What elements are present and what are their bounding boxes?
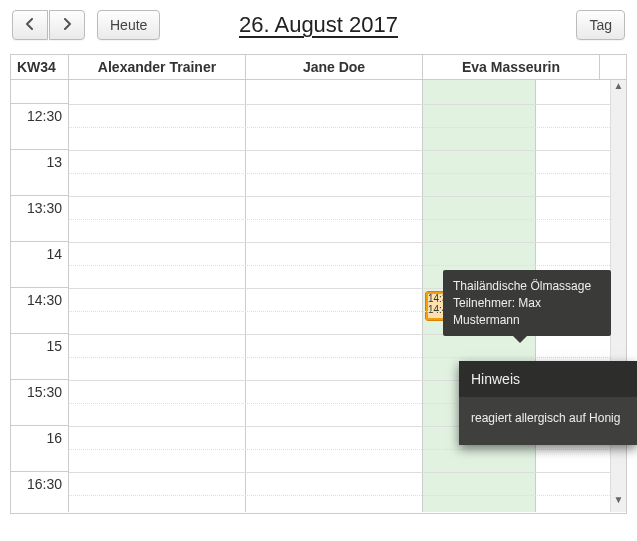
event-tooltip: Thailändische Ölmassage Teilnehmer: Max … bbox=[443, 270, 611, 336]
hint-body: reagiert allergisch auf Honig bbox=[459, 397, 637, 445]
hint-popover: Hinweis reagiert allergisch auf Honig bbox=[459, 361, 637, 445]
time-label: 14:30 bbox=[11, 288, 68, 334]
time-label: 16 bbox=[11, 426, 68, 472]
time-label: 12:30 bbox=[11, 104, 68, 150]
toolbar: Heute 26. August 2017 Tag bbox=[0, 0, 637, 48]
tooltip-line: Thailändische Ölmassage bbox=[453, 278, 601, 295]
view-selector-button[interactable]: Tag bbox=[576, 10, 625, 40]
date-title[interactable]: 26. August 2017 bbox=[239, 12, 398, 38]
time-label: 15 bbox=[11, 334, 68, 380]
chevron-right-icon bbox=[62, 17, 72, 33]
week-number: KW34 bbox=[11, 55, 69, 79]
time-label: 15:30 bbox=[11, 380, 68, 426]
scroll-down-icon[interactable]: ▼ bbox=[611, 494, 626, 512]
hint-header: Hinweis bbox=[459, 361, 637, 397]
time-label: 14 bbox=[11, 242, 68, 288]
resource-header: Eva Masseurin bbox=[423, 55, 600, 79]
tooltip-line: Teilnehmer: Max bbox=[453, 295, 601, 312]
resource-column[interactable] bbox=[246, 80, 423, 512]
today-button[interactable]: Heute bbox=[97, 10, 160, 40]
time-label: 13 bbox=[11, 150, 68, 196]
time-label: 13:30 bbox=[11, 196, 68, 242]
scroll-up-icon[interactable]: ▲ bbox=[611, 80, 626, 98]
next-button[interactable] bbox=[49, 10, 85, 40]
resource-header: Jane Doe bbox=[246, 55, 423, 79]
time-column: 12:30 13 13:30 14 14:30 15 15:30 16 16:3… bbox=[11, 80, 69, 512]
scrollbar[interactable]: ▲ ▼ bbox=[610, 80, 626, 512]
nav-button-group bbox=[12, 10, 85, 40]
tooltip-line: Mustermann bbox=[453, 312, 601, 329]
time-label: 16:30 bbox=[11, 472, 68, 512]
chevron-left-icon bbox=[25, 17, 35, 33]
prev-button[interactable] bbox=[12, 10, 48, 40]
calendar-header: KW34 Alexander Trainer Jane Doe Eva Mass… bbox=[11, 55, 626, 80]
time-label bbox=[11, 80, 68, 104]
resource-column[interactable] bbox=[69, 80, 246, 512]
resource-header: Alexander Trainer bbox=[69, 55, 246, 79]
